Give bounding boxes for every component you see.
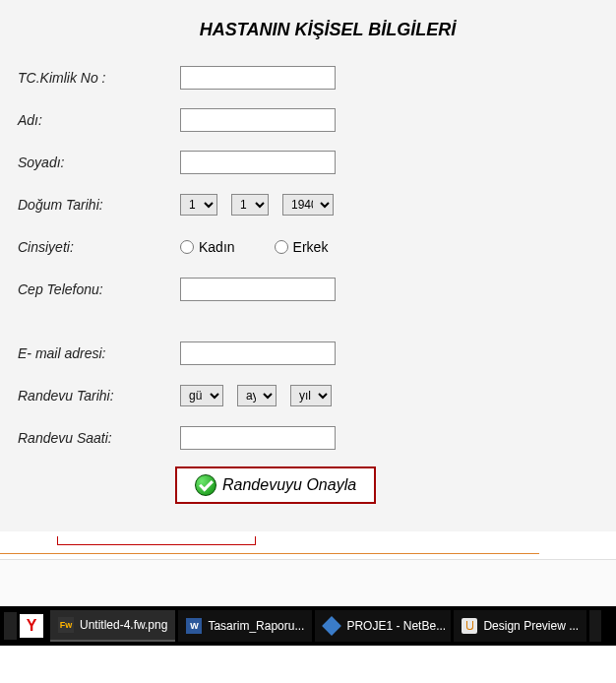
taskbar-right-edge: [589, 610, 601, 642]
content-bottom: [0, 559, 616, 606]
row-randevu-saati: Randevu Saati:: [18, 424, 598, 452]
taskbar-item-label: Tasarim_Raporu...: [208, 619, 304, 633]
label-soyadi: Soyadı:: [18, 155, 180, 170]
label-randevu-tarihi: Randevu Tarihi:: [18, 388, 180, 404]
gender-erkek-option[interactable]: Erkek: [275, 239, 329, 255]
label-dogum: Doğum Tarihi:: [18, 197, 180, 213]
taskbar-item-label: Design Preview ...: [483, 619, 579, 633]
tc-input[interactable]: [180, 66, 336, 90]
appointment-month-select[interactable]: ay: [237, 385, 277, 406]
word-icon: W: [186, 618, 202, 634]
gender-kadin-label: Kadın: [199, 239, 235, 255]
birth-day-select[interactable]: 1: [180, 194, 217, 216]
row-adi: Adı:: [18, 106, 598, 134]
label-email: E- mail adresi:: [18, 345, 180, 361]
row-email: E- mail adresi:: [18, 340, 598, 367]
gender-erkek-radio[interactable]: [275, 240, 288, 254]
row-tc: TC.Kimlik No :: [18, 64, 598, 92]
red-outline-fragment: [57, 536, 256, 545]
row-randevu-tarihi: Randevu Tarihi: gün ay yıl: [18, 382, 598, 409]
label-tc: TC.Kimlik No :: [18, 70, 180, 86]
fireworks-icon: Fw: [58, 617, 74, 633]
row-dogum: Doğum Tarihi: 1 1 1940: [18, 191, 598, 218]
appointment-year-select[interactable]: yıl: [290, 385, 332, 406]
label-cinsiyet: Cinsiyeti:: [18, 239, 180, 255]
label-randevu-saati: Randevu Saati:: [18, 430, 180, 446]
taskbar-item-java[interactable]: Design Preview ...: [454, 610, 586, 642]
java-icon: [462, 618, 477, 634]
confirm-button-label: Randevuyu Onayla: [222, 476, 356, 494]
row-cinsiyet: Cinsiyeti: Kadın Erkek: [18, 233, 598, 261]
row-soyadi: Soyadı:: [18, 149, 598, 176]
check-icon: [195, 474, 216, 496]
gender-group: Kadın Erkek: [180, 239, 328, 255]
netbeans-icon: [323, 616, 342, 636]
form-container: HASTANIN KİŞİSEL BİLGİLERİ TC.Kimlik No …: [0, 0, 616, 531]
email-input[interactable]: [180, 342, 336, 365]
orange-divider: [0, 553, 539, 554]
bottom-white-area: [0, 646, 616, 683]
page-title: HASTANIN KİŞİSEL BİLGİLERİ: [18, 20, 598, 40]
label-adi: Adı:: [18, 112, 180, 128]
adi-input[interactable]: [180, 108, 336, 132]
below-section: [0, 531, 616, 559]
taskbar-left-edge: [4, 612, 17, 640]
randevu-saati-input[interactable]: [180, 426, 336, 450]
taskbar-item-label: PROJE1 - NetBe...: [346, 619, 446, 633]
yandex-icon[interactable]: Y: [20, 614, 43, 638]
gender-kadin-option[interactable]: Kadın: [180, 239, 235, 255]
taskbar-item-label: Untitled-4.fw.png: [80, 618, 167, 632]
birth-month-select[interactable]: 1: [231, 194, 269, 216]
taskbar-item-fireworks[interactable]: Fw Untitled-4.fw.png: [50, 610, 175, 642]
gender-kadin-radio[interactable]: [180, 240, 194, 254]
taskbar-item-netbeans[interactable]: PROJE1 - NetBe...: [315, 610, 451, 642]
confirm-button[interactable]: Randevuyu Onayla: [175, 466, 376, 504]
birth-year-select[interactable]: 1940: [282, 194, 334, 216]
taskbar: Y Fw Untitled-4.fw.png W Tasarim_Raporu.…: [0, 606, 616, 646]
appointment-day-select[interactable]: gün: [180, 385, 223, 406]
soyadi-input[interactable]: [180, 151, 336, 174]
birthdate-group: 1 1 1940: [180, 194, 334, 216]
label-cep: Cep Telefonu:: [18, 281, 180, 297]
taskbar-item-word[interactable]: W Tasarim_Raporu...: [178, 610, 312, 642]
gender-erkek-label: Erkek: [293, 239, 329, 255]
row-cep: Cep Telefonu:: [18, 276, 598, 303]
cep-input[interactable]: [180, 278, 336, 301]
appointment-date-group: gün ay yıl: [180, 385, 332, 406]
spacer: [18, 318, 598, 340]
